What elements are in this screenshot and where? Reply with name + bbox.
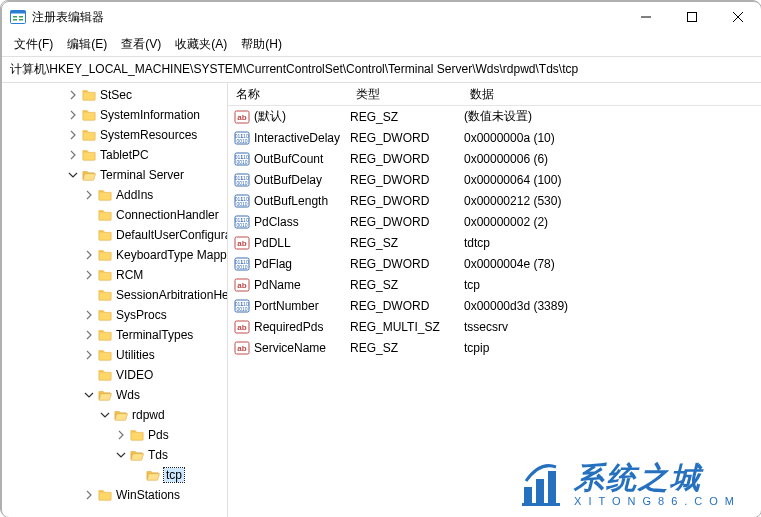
- tree-item[interactable]: AddIns: [2, 185, 228, 205]
- tree-item[interactable]: DefaultUserConfiguration: [2, 225, 228, 245]
- value-type: REG_DWORD: [350, 194, 464, 208]
- svg-rect-4: [19, 16, 23, 18]
- tree-item-label: SysProcs: [116, 308, 167, 322]
- list-row[interactable]: OutBufCountREG_DWORD0x00000006 (6): [228, 148, 761, 169]
- chevron-right-icon[interactable]: [82, 268, 96, 282]
- column-name[interactable]: 名称: [228, 86, 356, 103]
- column-data[interactable]: 数据: [470, 86, 761, 103]
- maximize-button[interactable]: [669, 2, 715, 32]
- list-header[interactable]: 名称 类型 数据: [228, 83, 761, 106]
- tree-item[interactable]: VIDEO: [2, 365, 228, 385]
- list-row[interactable]: PortNumberREG_DWORD0x00000d3d (3389): [228, 295, 761, 316]
- binary-value-icon: [234, 214, 250, 230]
- list-row[interactable]: InteractiveDelayREG_DWORD0x0000000a (10): [228, 127, 761, 148]
- chevron-right-icon[interactable]: [66, 88, 80, 102]
- chevron-right-icon[interactable]: [66, 128, 80, 142]
- tree-item[interactable]: SysProcs: [2, 305, 228, 325]
- folder-icon: [98, 288, 112, 302]
- tree-item[interactable]: tcp: [2, 465, 228, 485]
- string-value-icon: [234, 109, 250, 125]
- value-type: REG_DWORD: [350, 152, 464, 166]
- folder-icon: [98, 348, 112, 362]
- tree-item[interactable]: Pds: [2, 425, 228, 445]
- chevron-down-icon[interactable]: [98, 408, 112, 422]
- tree-item[interactable]: StSec: [2, 85, 228, 105]
- list-row[interactable]: OutBufLengthREG_DWORD0x00000212 (530): [228, 190, 761, 211]
- chevron-right-icon[interactable]: [114, 428, 128, 442]
- close-button[interactable]: [715, 2, 761, 32]
- list-row[interactable]: (默认)REG_SZ(数值未设置): [228, 106, 761, 127]
- chevron-down-icon[interactable]: [66, 168, 80, 182]
- minimize-button[interactable]: [623, 2, 669, 32]
- watermark-title: 系统之城: [574, 458, 741, 499]
- chevron-right-icon[interactable]: [82, 328, 96, 342]
- list-row[interactable]: OutBufDelayREG_DWORD0x00000064 (100): [228, 169, 761, 190]
- tree-item[interactable]: TerminalTypes: [2, 325, 228, 345]
- list-row[interactable]: PdNameREG_SZtcp: [228, 274, 761, 295]
- tree-item-label: tcp: [164, 468, 184, 482]
- svg-rect-10: [522, 503, 560, 506]
- folder-icon: [98, 488, 112, 502]
- string-value-icon: [234, 235, 250, 251]
- tree-item[interactable]: RCM: [2, 265, 228, 285]
- value-name: OutBufCount: [254, 152, 350, 166]
- list-row[interactable]: ServiceNameREG_SZtcpip: [228, 337, 761, 358]
- registry-tree[interactable]: StSecSystemInformationSystemResourcesTab…: [2, 83, 228, 517]
- tree-item[interactable]: TabletPC: [2, 145, 228, 165]
- value-name: PdDLL: [254, 236, 350, 250]
- folder-icon: [98, 308, 112, 322]
- tree-item-label: SessionArbitrationHelper: [116, 288, 228, 302]
- menu-help[interactable]: 帮助(H): [235, 34, 288, 55]
- titlebar: 注册表编辑器: [2, 2, 761, 32]
- list-row[interactable]: PdDLLREG_SZtdtcp: [228, 232, 761, 253]
- chevron-right-icon[interactable]: [82, 348, 96, 362]
- svg-rect-8: [536, 479, 544, 503]
- menu-favorites[interactable]: 收藏夹(A): [169, 34, 233, 55]
- chevron-right-icon[interactable]: [82, 248, 96, 262]
- folder-icon: [114, 408, 128, 422]
- list-row[interactable]: PdClassREG_DWORD0x00000002 (2): [228, 211, 761, 232]
- value-name: OutBufLength: [254, 194, 350, 208]
- tree-item[interactable]: Utilities: [2, 345, 228, 365]
- value-type: REG_SZ: [350, 341, 464, 355]
- folder-icon: [98, 188, 112, 202]
- list-row[interactable]: PdFlagREG_DWORD0x0000004e (78): [228, 253, 761, 274]
- chevron-right-icon[interactable]: [66, 108, 80, 122]
- chevron-right-icon[interactable]: [82, 308, 96, 322]
- tree-item[interactable]: Tds: [2, 445, 228, 465]
- value-data: 0x00000064 (100): [464, 173, 761, 187]
- tree-item[interactable]: SystemResources: [2, 125, 228, 145]
- tree-item[interactable]: ConnectionHandler: [2, 205, 228, 225]
- binary-value-icon: [234, 256, 250, 272]
- value-type: REG_SZ: [350, 278, 464, 292]
- string-value-icon: [234, 319, 250, 335]
- value-data: 0x00000d3d (3389): [464, 299, 761, 313]
- tree-item[interactable]: KeyboardType Mapping: [2, 245, 228, 265]
- value-type: REG_SZ: [350, 236, 464, 250]
- chevron-down-icon[interactable]: [82, 388, 96, 402]
- menu-file[interactable]: 文件(F): [8, 34, 59, 55]
- folder-icon: [130, 428, 144, 442]
- tree-item-label: StSec: [100, 88, 132, 102]
- chevron-right-icon[interactable]: [82, 188, 96, 202]
- toggle-none: [130, 468, 144, 482]
- menubar: 文件(F) 编辑(E) 查看(V) 收藏夹(A) 帮助(H): [2, 32, 761, 56]
- chevron-right-icon[interactable]: [82, 488, 96, 502]
- tree-item[interactable]: Terminal Server: [2, 165, 228, 185]
- menu-view[interactable]: 查看(V): [115, 34, 167, 55]
- address-bar[interactable]: 计算机\HKEY_LOCAL_MACHINE\SYSTEM\CurrentCon…: [2, 56, 761, 82]
- tree-item[interactable]: rdpwd: [2, 405, 228, 425]
- column-type[interactable]: 类型: [356, 86, 470, 103]
- tree-item[interactable]: SystemInformation: [2, 105, 228, 125]
- watermark-subtitle: XITONG86.COM: [574, 495, 741, 507]
- chevron-right-icon[interactable]: [66, 148, 80, 162]
- list-row[interactable]: RequiredPdsREG_MULTI_SZtssecsrv: [228, 316, 761, 337]
- svg-rect-9: [548, 471, 556, 503]
- chevron-down-icon[interactable]: [114, 448, 128, 462]
- tree-item[interactable]: WinStations: [2, 485, 228, 505]
- tree-item[interactable]: Wds: [2, 385, 228, 405]
- tree-item-label: RCM: [116, 268, 143, 282]
- tree-item[interactable]: SessionArbitrationHelper: [2, 285, 228, 305]
- menu-edit[interactable]: 编辑(E): [61, 34, 113, 55]
- value-name: PdFlag: [254, 257, 350, 271]
